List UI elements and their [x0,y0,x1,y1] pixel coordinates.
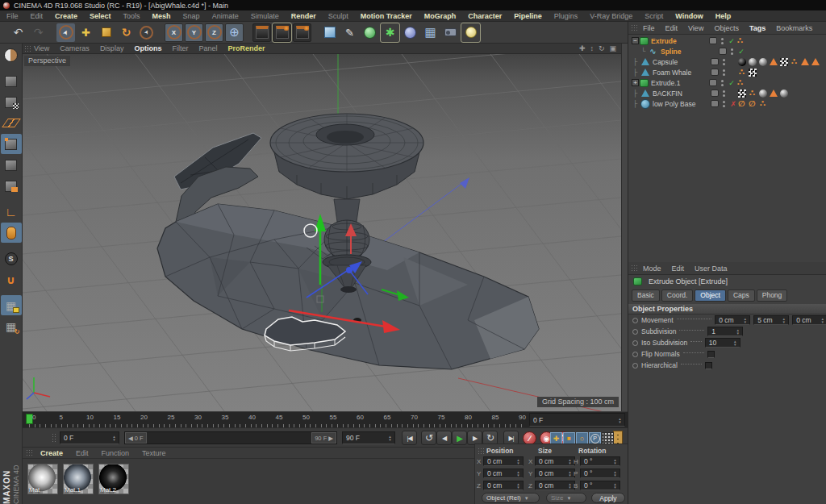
apply-button[interactable]: Apply [591,493,625,503]
mat-dark-tag-icon[interactable] [737,57,746,66]
visibility-dots-icon[interactable] [729,48,735,55]
panel-splitter[interactable] [621,44,628,411]
stepper-icon[interactable] [515,458,521,464]
transport-grip[interactable] [52,433,56,443]
object-name[interactable]: low Poly Base [653,100,711,108]
coord-field[interactable]: 0 ° [580,456,620,466]
stepper-icon[interactable] [781,317,786,323]
enabled-state-icon[interactable] [728,79,736,87]
pan-view-icon[interactable]: ✚ [579,44,586,52]
viewport-menu-options[interactable]: Options [134,44,161,52]
menu-pipeline[interactable]: Pipeline [514,12,542,20]
workplane-align-icon[interactable] [1,316,22,336]
lock-workplane-icon[interactable] [1,295,22,315]
material-mat-1[interactable]: Mat.1 [63,464,94,494]
material-grip[interactable] [26,449,32,456]
camera-label[interactable]: Perspective [24,56,70,66]
layer-chip-icon[interactable] [711,90,719,97]
enabled-state-icon[interactable] [728,37,736,45]
menu-file[interactable]: File [6,12,19,20]
stepper-icon[interactable] [567,470,573,477]
lock-z-icon[interactable] [205,23,223,42]
layer-chip-icon[interactable] [719,48,727,55]
phong-tag-icon[interactable] [736,78,745,87]
expand-icon[interactable]: + [632,79,639,86]
property-field[interactable]: 0 cm [792,315,826,325]
material-mat-2[interactable]: Mat.2 [98,464,129,494]
stepper-icon[interactable] [742,317,748,323]
coord-field[interactable]: 0 cm [535,456,575,466]
coord-field[interactable]: 0 cm [483,481,524,490]
lock-y-icon[interactable] [185,23,203,42]
enable-axis-icon[interactable] [1,202,22,222]
current-frame-field[interactable]: 0 F [529,413,625,427]
last-tool-icon[interactable] [137,23,156,42]
menu-window[interactable]: Window [675,12,703,20]
object-name[interactable]: Foam Whale [653,69,711,77]
coord-field[interactable]: 0 cm [535,481,575,490]
am-menu-mode[interactable]: Mode [643,264,661,273]
viewport-menu-filter[interactable]: Filter [172,44,188,52]
object-name[interactable]: Spline [661,48,719,56]
coord-field[interactable]: 0 ° [580,469,620,478]
menu-sculpt[interactable]: Sculpt [328,12,348,20]
dolly-view-icon[interactable]: ↕ [590,44,594,52]
snap-icon[interactable] [1,248,22,269]
menu-v-ray-bridge[interactable]: V-Ray Bridge [590,12,632,20]
menu-animate[interactable]: Animate [212,12,239,20]
material-mat[interactable]: Mat [27,464,58,494]
goto-start-button[interactable] [402,431,417,445]
primitive-cube-icon[interactable] [320,23,339,42]
stepper-icon[interactable] [515,470,521,477]
stepper-icon[interactable] [567,482,573,489]
coord-field[interactable]: 0 ° [580,481,620,490]
rotate-icon[interactable] [117,23,136,42]
visibility-dots-icon[interactable] [721,101,727,107]
menu-mesh[interactable]: Mesh [152,12,171,20]
tab-basic[interactable]: Basic [632,289,660,302]
object-manager-grip[interactable] [631,24,637,31]
coord-field[interactable]: 0 cm [535,469,575,478]
stepper-icon[interactable] [567,458,573,464]
om-menu-tags[interactable]: Tags [749,24,766,32]
object-name[interactable]: Extrude.1 [651,79,709,87]
phong-tag-icon[interactable] [758,99,767,108]
property-field[interactable]: 0 cm [715,315,750,325]
model-mode-icon[interactable] [1,71,22,91]
coordinate-system-icon[interactable] [225,23,244,42]
range-end-field[interactable]: 90 F [342,431,395,444]
object-row-low-poly-base[interactable]: ├low Poly Base [628,98,826,109]
key-pla-toggle[interactable] [602,432,614,444]
tab-coord-[interactable]: Coord. [661,289,694,302]
live-selection-icon[interactable] [56,23,75,42]
menu-snap[interactable]: Snap [183,12,200,20]
viewport-menu-grip[interactable] [24,45,31,52]
phong-tag-icon[interactable] [790,57,799,66]
property-field[interactable]: 1 [707,327,743,336]
visibility-dots-icon[interactable] [720,38,725,44]
menu-character[interactable]: Character [468,12,502,20]
visibility-dots-icon[interactable] [721,90,727,97]
layer-chip-icon[interactable] [711,100,719,107]
viewport-menu-view[interactable]: View [34,44,49,52]
range-end-handle[interactable]: 90 F▶ [311,432,336,444]
mat-gray-tag-icon[interactable] [779,89,788,98]
om-menu-view[interactable]: View [688,24,703,32]
checkbox[interactable] [705,362,712,369]
mograph-icon[interactable] [381,23,399,42]
tab-phong[interactable]: Phong [757,289,788,302]
render-settings-icon[interactable] [293,23,311,42]
checker-tag-icon[interactable] [748,68,757,77]
triangle-tag-icon[interactable] [769,57,778,66]
stepper-icon[interactable] [735,328,740,335]
menu-plugins[interactable]: Plugins [554,12,578,20]
mat-gray-tag-icon[interactable] [758,57,767,66]
key-position-toggle[interactable] [550,432,562,444]
menu-help[interactable]: Help [715,12,732,20]
move-icon[interactable] [77,23,95,42]
prev-key-button[interactable] [421,431,436,445]
om-menu-bookmarks[interactable]: Bookmarks [776,24,812,32]
coord-field[interactable]: 0 cm [483,456,524,466]
viewport-menu-prorender[interactable]: ProRender [227,44,265,52]
timeline-ruler[interactable]: 051015202530354045505560657075808590 [23,412,526,428]
